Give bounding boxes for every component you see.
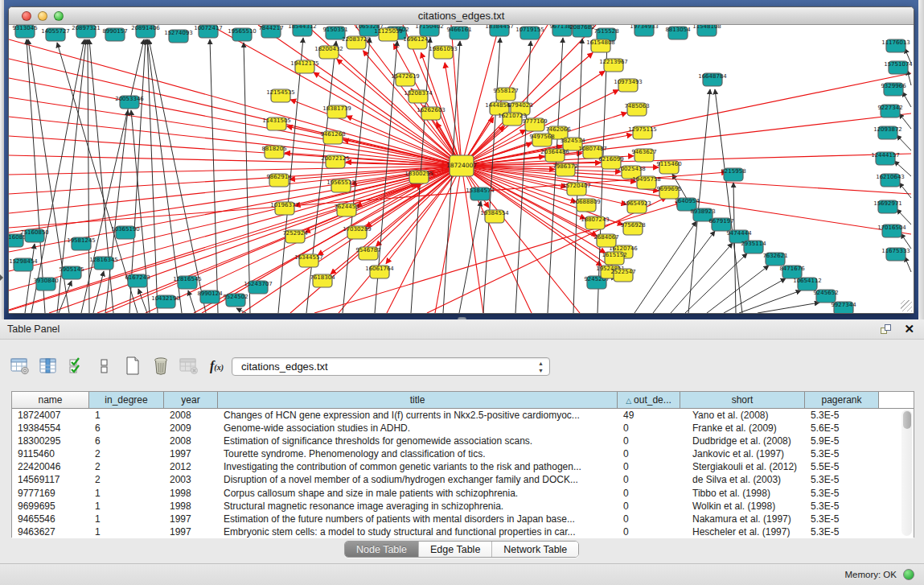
left-panel-collapsed-strip[interactable] xyxy=(0,0,4,319)
cell-in_degree[interactable]: 1 xyxy=(89,487,164,500)
cell-short[interactable]: Yano et al. (2008) xyxy=(680,409,805,422)
new-table-icon[interactable] xyxy=(122,356,143,377)
cell-in_degree[interactable]: 2 xyxy=(89,473,164,486)
cell-out_degree[interactable]: 49 xyxy=(618,409,680,422)
cell-title[interactable]: Estimation of significance thresholds fo… xyxy=(218,435,618,447)
cell-short[interactable]: Nakamura et al. (1997) xyxy=(680,513,805,525)
cell-year[interactable]: 1997 xyxy=(164,525,218,538)
cell-pagerank[interactable]: 5.3E-5 xyxy=(805,447,879,460)
cell-title[interactable]: Embryonic stem cells: a model to study s… xyxy=(218,525,618,538)
cell-year[interactable]: 1998 xyxy=(164,500,218,513)
table-row[interactable]: 911546021997Tourette syndrome. Phenomeno… xyxy=(12,447,914,460)
column-header-in_degree[interactable]: in_degree xyxy=(89,392,164,408)
close-panel-icon[interactable]: ✕ xyxy=(904,322,914,336)
tab-node-table[interactable]: Node Table xyxy=(345,542,419,557)
cell-short[interactable]: Jankovic et al. (1997) xyxy=(680,447,805,460)
cell-out_degree[interactable]: 0 xyxy=(618,487,680,500)
cell-short[interactable]: Franke et al. (2009) xyxy=(680,422,805,435)
panel-collapse-arrow-icon[interactable] xyxy=(0,274,3,281)
cell-name[interactable]: 18724007 xyxy=(12,409,89,422)
tab-network-table[interactable]: Network Table xyxy=(492,542,578,557)
function-builder-icon[interactable]: f(x) xyxy=(210,359,224,373)
column-header-year[interactable]: year xyxy=(164,392,218,408)
cell-title[interactable]: Disruption of a novel member of a sodium… xyxy=(218,473,618,486)
table-row[interactable]: 2242004622012Investigating the contribut… xyxy=(12,460,914,473)
cell-name[interactable]: 9465546 xyxy=(12,513,89,525)
cell-year[interactable]: 2012 xyxy=(164,460,218,473)
column-header-out_degree[interactable]: △out_de... xyxy=(618,392,680,408)
table-row[interactable]: 1830029562008Estimation of significance … xyxy=(12,435,914,447)
cell-out_degree[interactable]: 0 xyxy=(618,473,680,486)
table-row[interactable]: 1456911722003Disruption of a novel membe… xyxy=(12,473,914,486)
network-window-titlebar[interactable]: citations_edges.txt xyxy=(9,7,914,25)
delete-table-icon[interactable] xyxy=(179,356,199,377)
network-canvas[interactable]: 9313045140557272089732189901572089140615… xyxy=(9,25,914,313)
cell-out_degree[interactable]: 0 xyxy=(618,500,680,513)
cell-title[interactable]: Genome-wide association studies in ADHD. xyxy=(218,422,618,435)
cell-out_degree[interactable]: 0 xyxy=(618,422,680,435)
table-row[interactable]: 946362711997Embryonic stem cells: a mode… xyxy=(12,525,914,538)
cell-name[interactable]: 14569117 xyxy=(12,473,89,486)
table-row[interactable]: 1872400712008Changes of HCN gene express… xyxy=(12,409,914,422)
cell-out_degree[interactable]: 0 xyxy=(618,447,680,460)
cell-in_degree[interactable]: 2 xyxy=(89,460,164,473)
cell-year[interactable]: 2009 xyxy=(164,422,218,435)
cell-pagerank[interactable]: 5.3E-5 xyxy=(805,525,879,538)
select-rows-icon[interactable] xyxy=(66,356,87,377)
cell-pagerank[interactable]: 5.9E-5 xyxy=(805,435,879,447)
table-row[interactable]: 977716911998Corpus callosum shape and si… xyxy=(12,487,914,500)
cell-short[interactable]: de Silva et al. (2003) xyxy=(680,473,805,486)
cell-in_degree[interactable]: 1 xyxy=(89,500,164,513)
column-header-pagerank[interactable]: pagerank xyxy=(805,392,879,408)
table-settings-icon[interactable] xyxy=(10,356,31,377)
cell-out_degree[interactable]: 0 xyxy=(618,513,680,525)
float-panel-icon[interactable] xyxy=(881,324,892,335)
cell-name[interactable]: 9699695 xyxy=(12,500,89,513)
cell-in_degree[interactable]: 1 xyxy=(89,513,164,525)
window-resize-grip[interactable] xyxy=(901,300,912,311)
cell-name[interactable]: 9777169 xyxy=(12,487,89,500)
table-scrollbar[interactable] xyxy=(901,410,912,536)
cell-in_degree[interactable]: 6 xyxy=(89,435,164,447)
cell-short[interactable]: Dudbridge et al. (2008) xyxy=(680,435,805,447)
cell-name[interactable]: 18300295 xyxy=(12,435,89,447)
memory-status-indicator[interactable] xyxy=(903,569,914,580)
right-panel-collapsed-strip[interactable] xyxy=(918,0,924,319)
cell-pagerank[interactable]: 5.3E-5 xyxy=(805,409,879,422)
cell-pagerank[interactable]: 5.3E-5 xyxy=(805,513,879,525)
scrollbar-thumb[interactable] xyxy=(903,411,911,429)
cell-short[interactable]: Stergiakouli et al. (2012) xyxy=(680,460,805,473)
cell-year[interactable]: 2008 xyxy=(164,409,218,422)
tab-edge-table[interactable]: Edge Table xyxy=(419,542,492,557)
row-height-icon[interactable] xyxy=(94,356,115,377)
cell-year[interactable]: 1998 xyxy=(164,487,218,500)
cell-name[interactable]: 9463627 xyxy=(12,525,89,538)
cell-title[interactable]: Corpus callosum shape and size in male p… xyxy=(218,487,618,500)
cell-in_degree[interactable]: 2 xyxy=(89,447,164,460)
cell-in_degree[interactable]: 1 xyxy=(89,409,164,422)
cell-short[interactable]: Hescheler et al. (1997) xyxy=(680,525,805,538)
cell-title[interactable]: Tourette syndrome. Phenomenology and cla… xyxy=(218,447,618,460)
cell-pagerank[interactable]: 5.3E-5 xyxy=(805,473,879,486)
delete-attribute-icon[interactable] xyxy=(150,356,171,377)
cell-title[interactable]: Investigating the contribution of common… xyxy=(218,460,618,473)
table-selector-dropdown[interactable]: citations_edges.txt ▲▼ xyxy=(232,357,550,376)
cell-in_degree[interactable]: 6 xyxy=(89,422,164,435)
cell-in_degree[interactable]: 1 xyxy=(89,525,164,538)
cell-year[interactable]: 2008 xyxy=(164,435,218,447)
cell-name[interactable]: 9115460 xyxy=(12,447,89,460)
table-row[interactable]: 946554611997Estimation of the future num… xyxy=(12,513,914,525)
cell-name[interactable]: 22420046 xyxy=(12,460,89,473)
table-row[interactable]: 1938455462009Genome-wide association stu… xyxy=(12,422,914,435)
column-header-short[interactable]: short xyxy=(680,392,805,408)
cell-title[interactable]: Estimation of the future numbers of pati… xyxy=(218,513,618,525)
cell-title[interactable]: Structural magnetic resonance image aver… xyxy=(218,500,618,513)
cell-year[interactable]: 2003 xyxy=(164,473,218,486)
cell-pagerank[interactable]: 5.3E-5 xyxy=(805,500,879,513)
column-header-name[interactable]: name xyxy=(12,392,89,408)
table-row[interactable]: 969969511998Structural magnetic resonanc… xyxy=(12,500,914,513)
cell-short[interactable]: Tibbo et al. (1998) xyxy=(680,487,805,500)
cell-out_degree[interactable]: 0 xyxy=(618,460,680,473)
cell-pagerank[interactable]: 5.6E-5 xyxy=(805,422,879,435)
cell-out_degree[interactable]: 0 xyxy=(618,525,680,538)
